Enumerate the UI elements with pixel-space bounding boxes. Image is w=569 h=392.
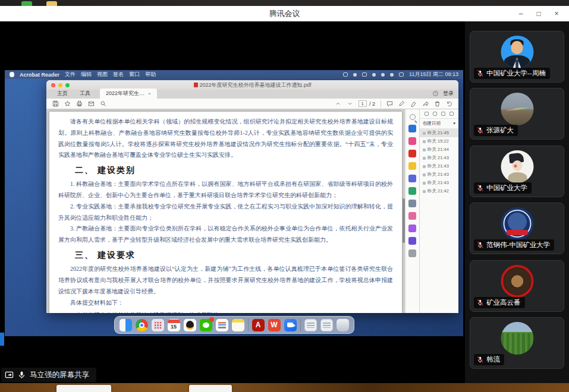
organize-pages-icon[interactable]: [408, 137, 416, 145]
stamp-icon[interactable]: [408, 237, 416, 245]
comment-icon[interactable]: [386, 100, 393, 107]
acrobat-body: 请各有关单位根据本单位相关学科（领域）的招生规模变化情况，组织研究讨论并拟定相关…: [46, 109, 458, 313]
comments-sort-header[interactable]: 创建日期 ▾: [420, 119, 458, 129]
calendar-icon[interactable]: 15: [168, 319, 180, 331]
trash-icon[interactable]: [434, 100, 441, 107]
highlighter-icon[interactable]: [410, 100, 417, 107]
scan-icon[interactable]: [408, 200, 416, 207]
comment-item[interactable]: 昨天 21:44: [420, 146, 458, 154]
comment-item[interactable]: 昨天 21:43: [420, 170, 458, 179]
display-status-icon[interactable]: [343, 72, 348, 77]
screen-share-status[interactable]: 马立强的屏幕共享: [1, 368, 96, 382]
notes-icon[interactable]: [232, 319, 244, 331]
share-icon[interactable]: [422, 100, 429, 107]
edit-pdf-icon[interactable]: [408, 187, 416, 195]
comment-tool-icon[interactable]: [408, 162, 416, 170]
search-icon[interactable]: [100, 100, 106, 107]
filter-comments-icon[interactable]: [425, 112, 429, 116]
control-center-icon[interactable]: [399, 72, 404, 77]
zoom-traffic-icon[interactable]: [65, 83, 70, 87]
macos-menubar: Acrobat Reader 文件 编辑 视图 签名 窗口 帮助 11月15日 …: [5, 70, 463, 79]
participant-tile[interactable]: 中国矿业大学--周楠: [470, 31, 564, 83]
help-icon[interactable]: ?: [433, 91, 438, 96]
measure-icon[interactable]: [408, 249, 416, 257]
print-icon[interactable]: [76, 100, 83, 107]
menu-window[interactable]: 窗口: [129, 71, 140, 78]
close-traffic-icon[interactable]: [51, 83, 55, 87]
qq-icon[interactable]: [184, 319, 196, 331]
participant-tile[interactable]: 中国矿业大学: [470, 146, 564, 197]
page-up-icon[interactable]: [335, 100, 341, 107]
menu-edit[interactable]: 编辑: [81, 71, 92, 78]
sign-in-button[interactable]: 登录: [443, 90, 454, 97]
document-preview-icon[interactable]: [320, 319, 333, 331]
document-area[interactable]: 请各有关单位根据本单位相关学科（领域）的招生规模变化情况，组织研究讨论并拟定相关…: [46, 109, 405, 313]
doc-paragraph-cat1: 1. 科教融合基地：主要面向学术学位点所在学科，以拥有国家、地方科研平台或承担有…: [58, 179, 393, 201]
fill-sign-icon[interactable]: [408, 212, 416, 220]
request-sign-icon[interactable]: [408, 225, 416, 232]
doc-paragraph-cat3: 3. 产教融合基地：主要面向专业学位类别所在学科，以有稳定合作关系的校外企事业单…: [58, 223, 393, 246]
comment-item[interactable]: 昨天 21:43: [420, 162, 458, 170]
menu-view[interactable]: 视图: [97, 71, 108, 78]
save-icon[interactable]: [52, 100, 59, 107]
undo-icon[interactable]: [446, 100, 452, 107]
reminders-icon[interactable]: [216, 319, 228, 331]
chrome-icon[interactable]: [136, 319, 148, 331]
export-pdf-icon[interactable]: [408, 125, 416, 132]
document-scrollbar[interactable]: [403, 198, 405, 243]
tab-tools[interactable]: 工具: [74, 88, 96, 99]
muted-mic-icon: [476, 356, 484, 363]
comment-item[interactable]: 昨天 15:22: [420, 137, 458, 146]
wps-icon[interactable]: W: [268, 319, 281, 331]
finder-icon[interactable]: [120, 319, 132, 331]
tab-home[interactable]: 主页: [51, 88, 74, 99]
participant-tile[interactable]: 韩流: [470, 317, 564, 369]
input-source-icon[interactable]: [362, 72, 367, 77]
pencil-icon[interactable]: [398, 100, 405, 107]
search-tool-icon[interactable]: [410, 114, 416, 120]
minimize-button[interactable]: –: [512, 6, 530, 21]
comments-panel: 创建日期 ▾ 昨天 21:45 昨天 15:22 昨天 21:44 昨天 21:…: [419, 109, 458, 313]
acrobat-dock-icon[interactable]: A: [252, 319, 265, 331]
participant-nameplate: 张源矿大: [474, 125, 518, 136]
email-icon[interactable]: [88, 100, 95, 107]
participant-tile[interactable]: 矿业高云番: [470, 260, 564, 312]
export-comments-icon[interactable]: [433, 112, 437, 116]
maximize-button[interactable]: □: [530, 6, 548, 21]
page-number-input[interactable]: 1: [359, 100, 367, 107]
meeting-title: 腾讯会议: [269, 8, 300, 19]
screen-mirroring-icon[interactable]: [353, 73, 357, 77]
apple-menu-icon[interactable]: [10, 72, 14, 77]
comment-item[interactable]: 昨天 21:45: [420, 129, 458, 137]
trash-dock-icon[interactable]: [337, 319, 349, 331]
menu-sign[interactable]: 签名: [113, 71, 124, 78]
participant-tile[interactable]: 范钢伟-中国矿业大学: [470, 203, 564, 254]
comment-item[interactable]: 昨天 21:43: [420, 154, 458, 162]
page-down-icon[interactable]: [347, 100, 353, 107]
minimize-traffic-icon[interactable]: [58, 83, 62, 87]
spotlight-icon[interactable]: [390, 73, 394, 77]
wechat-icon[interactable]: [200, 319, 212, 331]
tab-document[interactable]: 2022年研究生… ×: [100, 88, 157, 99]
combine-files-icon[interactable]: [408, 175, 416, 182]
star-icon[interactable]: [64, 100, 71, 107]
battery-icon[interactable]: [381, 73, 385, 77]
menubar-app-name[interactable]: Acrobat Reader: [20, 72, 59, 78]
tencent-meeting-icon[interactable]: [284, 319, 297, 331]
menu-help[interactable]: 帮助: [145, 71, 156, 78]
close-button[interactable]: ×: [548, 6, 565, 21]
wifi-icon[interactable]: [372, 73, 376, 77]
background-window-sliver: [0, 333, 4, 346]
launchpad-icon[interactable]: [152, 319, 164, 331]
comment-item[interactable]: 昨天 21:43: [420, 179, 458, 187]
menu-file[interactable]: 文件: [65, 71, 76, 78]
comments-options-icon[interactable]: [449, 112, 454, 116]
menubar-clock[interactable]: 11月15日 周二 09:13: [409, 71, 458, 78]
participant-tile[interactable]: 张源矿大: [470, 88, 564, 140]
close-tab-icon[interactable]: ×: [148, 91, 151, 96]
tag-comments-icon[interactable]: [441, 112, 445, 116]
window-preview-icon[interactable]: [304, 319, 317, 331]
create-pdf-icon[interactable]: [408, 150, 416, 157]
comment-item[interactable]: 昨天 21:42: [420, 187, 458, 195]
participants-panel: 中国矿业大学--周楠 张源矿大 中国矿业大学: [465, 21, 569, 383]
